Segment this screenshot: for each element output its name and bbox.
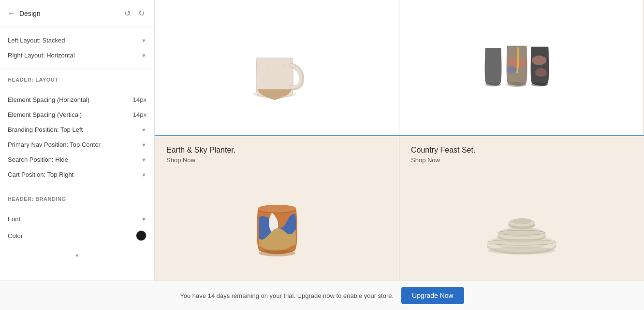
color-label: Color <box>8 232 23 240</box>
svg-point-25 <box>511 218 532 224</box>
right-layout-chevron-icon: ▼ <box>141 53 146 58</box>
plates-illustration <box>483 195 560 258</box>
primary-nav-label: Primary Nav Position: Top Center <box>8 141 101 148</box>
search-position-row[interactable]: Search Position: Hide ▼ <box>8 152 146 167</box>
pot-illustration <box>246 190 308 263</box>
back-label: Design <box>19 10 41 17</box>
color-swatch[interactable] <box>136 230 146 241</box>
upgrade-button[interactable]: Upgrade Now <box>401 287 464 304</box>
svg-point-2 <box>276 74 278 76</box>
layout-section: Left Layout: Stacked ▼ Right Layout: Hor… <box>0 27 154 69</box>
settings-panel: ← Design ↺ ↻ Left Layout: Stacked ▼ Righ… <box>0 0 155 281</box>
svg-point-28 <box>488 247 556 254</box>
back-button[interactable]: ← Design <box>8 9 41 18</box>
font-chevron-icon: ▼ <box>141 216 146 222</box>
bottom-bar: You have 14 days remaining on your trial… <box>0 281 644 310</box>
plates-image-area <box>399 169 644 281</box>
svg-point-11 <box>532 56 546 65</box>
right-layout-row[interactable]: Right Layout: Horizontal ▼ <box>8 48 146 63</box>
font-row[interactable]: Font ▼ <box>8 211 146 226</box>
svg-point-6 <box>286 79 287 81</box>
header-branding-section-heading: HEADER: BRANDING <box>0 188 154 206</box>
spacing-vertical-row: Element Spacing (Vertical) 14px <box>8 107 146 122</box>
svg-point-7 <box>485 83 501 86</box>
product-link-left[interactable]: Shop Now <box>166 156 195 164</box>
product-image-top-left <box>155 0 399 135</box>
preview-scroll[interactable]: Earth & Sky Planter. Shop Now <box>155 0 644 281</box>
left-layout-chevron-icon: ▼ <box>141 38 146 43</box>
header-branding-settings: Font ▼ Color <box>0 206 154 251</box>
product-title-right: Country Feast Set. <box>411 146 632 155</box>
svg-point-16 <box>259 250 295 256</box>
product-title-left: Earth & Sky Planter. <box>166 146 387 155</box>
svg-point-12 <box>535 68 547 77</box>
svg-point-13 <box>531 83 548 86</box>
panel-header: ← Design ↺ ↻ <box>0 0 154 27</box>
back-arrow-icon: ← <box>8 9 15 18</box>
product-info-bottom-right: Country Feast Set. Shop Now <box>399 135 644 281</box>
primary-nav-row[interactable]: Primary Nav Position: Top Center ▼ <box>8 137 146 152</box>
mug-illustration <box>243 31 311 104</box>
header-layout-settings: Element Spacing (Horizontal) 14px Elemen… <box>0 86 154 188</box>
cart-position-label: Cart Position: Top Right <box>8 171 73 178</box>
scroll-down-indicator[interactable]: ▼ <box>0 251 154 260</box>
spacing-vertical-value: 14px <box>133 111 146 118</box>
cups-illustration <box>473 36 570 99</box>
left-layout-row[interactable]: Left Layout: Stacked ▼ <box>8 33 146 48</box>
spacing-horizontal-row: Element Spacing (Horizontal) 14px <box>8 92 146 107</box>
header-layout-section-heading: HEADER: LAYOUT <box>0 69 154 86</box>
panel-scroll-area: Left Layout: Stacked ▼ Right Layout: Hor… <box>0 27 154 281</box>
undo-button[interactable]: ↺ <box>122 7 132 20</box>
svg-point-15 <box>258 205 296 212</box>
product-grid: Earth & Sky Planter. Shop Now <box>155 0 644 281</box>
product-link-right[interactable]: Shop Now <box>411 156 440 164</box>
product-image-top-right <box>399 0 644 135</box>
svg-point-3 <box>283 64 285 66</box>
right-layout-label: Right Layout: Horizontal <box>8 52 75 59</box>
spacing-vertical-label: Element Spacing (Vertical) <box>8 111 82 118</box>
color-row[interactable]: Color <box>8 226 146 245</box>
branding-position-chevron-icon: ▼ <box>141 127 146 133</box>
svg-point-9 <box>507 66 517 74</box>
search-position-chevron-icon: ▼ <box>141 157 146 163</box>
cart-position-row[interactable]: Cart Position: Top Right ▼ <box>8 167 146 182</box>
cart-position-chevron-icon: ▼ <box>141 172 146 178</box>
svg-point-1 <box>266 67 268 69</box>
svg-point-5 <box>263 79 264 81</box>
svg-point-4 <box>271 82 273 83</box>
search-position-label: Search Position: Hide <box>8 156 68 163</box>
font-label: Font <box>8 215 20 223</box>
primary-nav-chevron-icon: ▼ <box>141 142 146 148</box>
preview-area: Earth & Sky Planter. Shop Now <box>155 0 644 281</box>
pot-image-area <box>155 169 399 281</box>
spacing-horizontal-label: Element Spacing (Horizontal) <box>8 96 89 103</box>
product-info-bottom-left: Earth & Sky Planter. Shop Now <box>155 135 399 281</box>
spacing-horizontal-value: 14px <box>133 96 146 103</box>
left-layout-label: Left Layout: Stacked <box>8 37 65 44</box>
branding-position-label: Branding Position: Top Left <box>8 126 83 133</box>
branding-position-row[interactable]: Branding Position: Top Left ▼ <box>8 122 146 137</box>
redo-button[interactable]: ↻ <box>136 7 146 20</box>
history-buttons: ↺ ↻ <box>122 7 146 20</box>
svg-point-10 <box>507 82 527 87</box>
trial-message: You have 14 days remaining on your trial… <box>180 292 394 299</box>
